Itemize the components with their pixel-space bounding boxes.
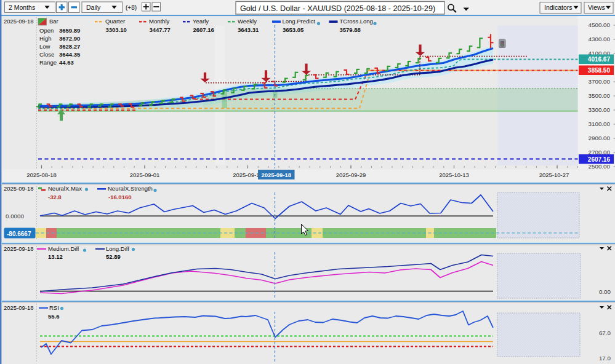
svg-text:-32.8: -32.8 <box>48 194 62 200</box>
svg-text:2607.16: 2607.16 <box>588 156 611 163</box>
svg-text:3579.88: 3579.88 <box>340 26 361 33</box>
svg-text:2025-09-01: 2025-09-01 <box>130 172 160 178</box>
svg-text:17.0: 17.0 <box>599 355 611 362</box>
svg-text:2025-10-13: 2025-10-13 <box>439 172 469 178</box>
svg-text:Weekly: Weekly <box>238 18 257 25</box>
svg-text:2025-09-18: 2025-09-18 <box>4 245 34 252</box>
svg-text:13.12: 13.12 <box>48 253 63 260</box>
svg-text:Yearly: Yearly <box>193 18 209 25</box>
svg-text:0.00: 0.00 <box>599 288 611 295</box>
svg-text:3628.27: 3628.27 <box>59 43 80 50</box>
svg-text:Long.Diff: Long.Diff <box>106 245 129 252</box>
svg-text:(+8): (+8) <box>126 4 137 11</box>
svg-text:Monthly: Monthly <box>149 18 170 25</box>
svg-text:Low: Low <box>39 43 50 50</box>
svg-text:4500.00: 4500.00 <box>589 22 611 28</box>
svg-text:2025-10-27: 2025-10-27 <box>539 172 569 178</box>
svg-text:3643.31: 3643.31 <box>238 26 259 33</box>
svg-text:2025-09-29: 2025-09-29 <box>336 172 366 178</box>
svg-text:44.63: 44.63 <box>59 59 74 66</box>
svg-text:Long.Predict: Long.Predict <box>283 18 316 25</box>
svg-text:3700.00: 3700.00 <box>589 78 611 85</box>
svg-text:RSI: RSI <box>49 304 59 311</box>
svg-text:Views: Views <box>588 4 605 11</box>
svg-text:Indicators: Indicators <box>544 4 573 11</box>
svg-text:Open: Open <box>39 27 54 34</box>
svg-text:Medium.Diff: Medium.Diff <box>48 245 79 252</box>
svg-text:2607.16: 2607.16 <box>193 26 214 33</box>
svg-text:3672.90: 3672.90 <box>59 35 80 42</box>
svg-text:2025-09-18: 2025-09-18 <box>261 172 291 178</box>
svg-text:-80.6667: -80.6667 <box>7 231 31 237</box>
svg-text:2025-09-18: 2025-09-18 <box>4 18 34 25</box>
svg-text:3653.05: 3653.05 <box>283 26 304 33</box>
svg-text:2025-09-18: 2025-09-18 <box>4 304 34 311</box>
svg-text:Gold / U.S. Dollar - XAU/USD (: Gold / U.S. Dollar - XAU/USD (2025-08-18… <box>240 4 435 13</box>
svg-text:2025-09-18: 2025-09-18 <box>4 185 34 192</box>
svg-text:-16.0160: -16.0160 <box>108 194 132 200</box>
svg-text:3858.50: 3858.50 <box>588 67 611 74</box>
svg-text:52.89: 52.89 <box>106 253 121 260</box>
svg-text:3100.00: 3100.00 <box>589 121 611 127</box>
svg-text:Bar: Bar <box>49 18 58 25</box>
svg-text:4016.67: 4016.67 <box>588 56 611 63</box>
svg-text:3303.10: 3303.10 <box>106 26 127 33</box>
svg-text:3300.00: 3300.00 <box>589 106 611 113</box>
svg-text:Daily: Daily <box>86 4 101 11</box>
svg-text:TCross.Long: TCross.Long <box>340 18 373 25</box>
svg-text:NeuralX.Strength: NeuralX.Strength <box>108 185 153 192</box>
svg-text:2500.00: 2500.00 <box>589 163 611 170</box>
svg-text:Quarter: Quarter <box>105 18 125 25</box>
svg-text:NeuralX.Max: NeuralX.Max <box>48 185 82 192</box>
svg-text:3644.35: 3644.35 <box>59 51 81 58</box>
svg-text:3500.00: 3500.00 <box>589 92 611 99</box>
svg-text:2900.00: 2900.00 <box>589 135 611 141</box>
svg-text:3659.89: 3659.89 <box>59 27 80 34</box>
svg-text:High: High <box>39 35 52 42</box>
svg-text:2 Months: 2 Months <box>9 4 35 11</box>
svg-text:4300.00: 4300.00 <box>589 36 611 42</box>
svg-text:67.0: 67.0 <box>599 330 611 336</box>
svg-text:0.0000: 0.0000 <box>6 213 25 220</box>
svg-text:3447.77: 3447.77 <box>150 26 171 33</box>
svg-text:2025-08-18: 2025-08-18 <box>26 172 57 178</box>
svg-text:55.6: 55.6 <box>48 313 60 320</box>
svg-text:Close: Close <box>39 51 54 58</box>
svg-text:Range: Range <box>39 59 57 66</box>
